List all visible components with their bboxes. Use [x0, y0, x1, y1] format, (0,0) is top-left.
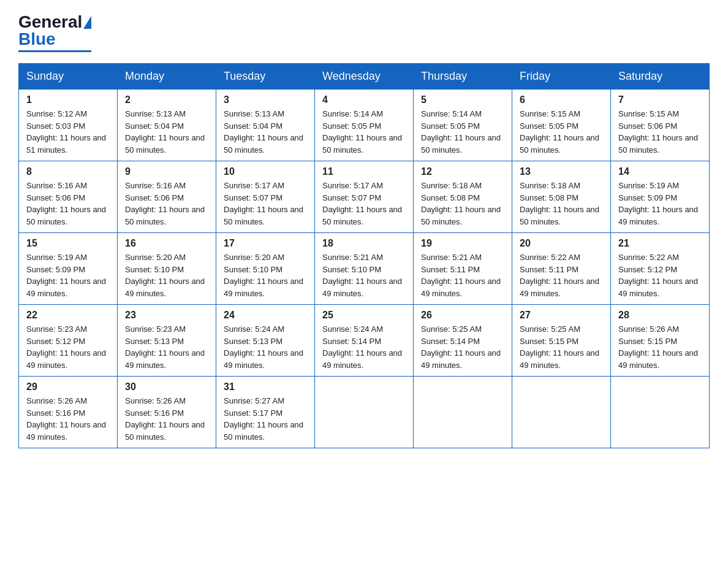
calendar-cell: 10 Sunrise: 5:17 AMSunset: 5:07 PMDaylig…	[216, 161, 315, 233]
calendar-cell: 1 Sunrise: 5:12 AMSunset: 5:03 PMDayligh…	[19, 90, 118, 161]
day-number: 22	[26, 310, 110, 321]
day-info: Sunrise: 5:22 AMSunset: 5:12 PMDaylight:…	[618, 253, 698, 298]
week-row-3: 15 Sunrise: 5:19 AMSunset: 5:09 PMDaylig…	[19, 233, 710, 305]
day-info: Sunrise: 5:19 AMSunset: 5:09 PMDaylight:…	[26, 253, 106, 298]
calendar-cell: 30 Sunrise: 5:26 AMSunset: 5:16 PMDaylig…	[118, 377, 216, 448]
day-number: 14	[618, 166, 702, 177]
calendar-cell: 11 Sunrise: 5:17 AMSunset: 5:07 PMDaylig…	[315, 161, 414, 233]
header-saturday: Saturday	[611, 64, 710, 90]
day-number: 18	[322, 238, 406, 249]
day-number: 25	[322, 310, 406, 321]
day-number: 1	[26, 94, 110, 105]
calendar-cell: 4 Sunrise: 5:14 AMSunset: 5:05 PMDayligh…	[315, 90, 414, 161]
week-row-4: 22 Sunrise: 5:23 AMSunset: 5:12 PMDaylig…	[19, 305, 710, 377]
day-info: Sunrise: 5:26 AMSunset: 5:16 PMDaylight:…	[125, 396, 205, 442]
day-info: Sunrise: 5:16 AMSunset: 5:06 PMDaylight:…	[125, 181, 205, 226]
day-info: Sunrise: 5:12 AMSunset: 5:03 PMDaylight:…	[26, 109, 106, 155]
calendar-cell: 18 Sunrise: 5:21 AMSunset: 5:10 PMDaylig…	[315, 233, 414, 305]
day-info: Sunrise: 5:26 AMSunset: 5:16 PMDaylight:…	[26, 396, 106, 442]
weekday-header-row: SundayMondayTuesdayWednesdayThursdayFrid…	[19, 64, 710, 90]
day-info: Sunrise: 5:21 AMSunset: 5:11 PMDaylight:…	[421, 253, 501, 298]
calendar-cell: 24 Sunrise: 5:24 AMSunset: 5:13 PMDaylig…	[216, 305, 315, 377]
header-wednesday: Wednesday	[315, 64, 414, 90]
header-thursday: Thursday	[414, 64, 512, 90]
calendar-table: SundayMondayTuesdayWednesdayThursdayFrid…	[18, 63, 710, 448]
header-friday: Friday	[512, 64, 611, 90]
calendar-cell: 2 Sunrise: 5:13 AMSunset: 5:04 PMDayligh…	[118, 90, 216, 161]
day-info: Sunrise: 5:23 AMSunset: 5:12 PMDaylight:…	[26, 324, 106, 370]
calendar-cell: 13 Sunrise: 5:18 AMSunset: 5:08 PMDaylig…	[512, 161, 611, 233]
day-number: 11	[322, 166, 406, 177]
calendar-cell: 9 Sunrise: 5:16 AMSunset: 5:06 PMDayligh…	[118, 161, 216, 233]
calendar-cell: 29 Sunrise: 5:26 AMSunset: 5:16 PMDaylig…	[19, 377, 118, 448]
day-number: 3	[224, 94, 307, 105]
day-info: Sunrise: 5:18 AMSunset: 5:08 PMDaylight:…	[520, 181, 599, 226]
logo: General Blue	[18, 12, 91, 52]
day-number: 6	[520, 94, 603, 105]
calendar-cell: 5 Sunrise: 5:14 AMSunset: 5:05 PMDayligh…	[414, 90, 512, 161]
logo-triangle-icon	[83, 16, 91, 29]
day-number: 21	[618, 238, 702, 249]
calendar-cell: 19 Sunrise: 5:21 AMSunset: 5:11 PMDaylig…	[414, 233, 512, 305]
logo-blue-part: Blue	[18, 29, 56, 49]
day-number: 26	[421, 310, 504, 321]
day-number: 2	[125, 94, 208, 105]
day-info: Sunrise: 5:25 AMSunset: 5:14 PMDaylight:…	[421, 324, 501, 370]
week-row-2: 8 Sunrise: 5:16 AMSunset: 5:06 PMDayligh…	[19, 161, 710, 233]
day-number: 13	[520, 166, 603, 177]
day-number: 29	[26, 381, 110, 393]
day-number: 16	[125, 238, 208, 249]
calendar-cell	[512, 377, 611, 448]
calendar-cell: 31 Sunrise: 5:27 AMSunset: 5:17 PMDaylig…	[216, 377, 315, 448]
calendar-cell: 3 Sunrise: 5:13 AMSunset: 5:04 PMDayligh…	[216, 90, 315, 161]
day-number: 19	[421, 238, 504, 249]
day-info: Sunrise: 5:20 AMSunset: 5:10 PMDaylight:…	[224, 253, 303, 298]
day-number: 17	[224, 238, 307, 249]
calendar-cell: 28 Sunrise: 5:26 AMSunset: 5:15 PMDaylig…	[611, 305, 710, 377]
day-info: Sunrise: 5:17 AMSunset: 5:07 PMDaylight:…	[322, 181, 402, 226]
day-number: 30	[125, 381, 208, 393]
calendar-cell: 17 Sunrise: 5:20 AMSunset: 5:10 PMDaylig…	[216, 233, 315, 305]
calendar-cell: 16 Sunrise: 5:20 AMSunset: 5:10 PMDaylig…	[118, 233, 216, 305]
day-number: 23	[125, 310, 208, 321]
day-number: 24	[224, 310, 307, 321]
day-info: Sunrise: 5:27 AMSunset: 5:17 PMDaylight:…	[224, 396, 303, 442]
day-number: 28	[618, 310, 702, 321]
calendar-cell: 20 Sunrise: 5:22 AMSunset: 5:11 PMDaylig…	[512, 233, 611, 305]
calendar-cell	[611, 377, 710, 448]
calendar-cell: 14 Sunrise: 5:19 AMSunset: 5:09 PMDaylig…	[611, 161, 710, 233]
day-info: Sunrise: 5:21 AMSunset: 5:10 PMDaylight:…	[322, 253, 402, 298]
day-info: Sunrise: 5:23 AMSunset: 5:13 PMDaylight:…	[125, 324, 205, 370]
header-monday: Monday	[118, 64, 216, 90]
day-info: Sunrise: 5:15 AMSunset: 5:06 PMDaylight:…	[618, 109, 698, 155]
day-info: Sunrise: 5:24 AMSunset: 5:14 PMDaylight:…	[322, 324, 402, 370]
day-info: Sunrise: 5:17 AMSunset: 5:07 PMDaylight:…	[224, 181, 303, 226]
day-number: 9	[125, 166, 208, 177]
day-number: 31	[224, 381, 307, 393]
calendar-cell: 21 Sunrise: 5:22 AMSunset: 5:12 PMDaylig…	[611, 233, 710, 305]
day-number: 7	[618, 94, 702, 105]
day-number: 4	[322, 94, 406, 105]
logo-row2: Blue	[18, 29, 56, 49]
day-number: 8	[26, 166, 110, 177]
calendar-cell	[414, 377, 512, 448]
day-info: Sunrise: 5:19 AMSunset: 5:09 PMDaylight:…	[618, 181, 698, 226]
header-sunday: Sunday	[19, 64, 118, 90]
day-info: Sunrise: 5:13 AMSunset: 5:04 PMDaylight:…	[224, 109, 303, 155]
calendar-cell: 15 Sunrise: 5:19 AMSunset: 5:09 PMDaylig…	[19, 233, 118, 305]
calendar-cell: 12 Sunrise: 5:18 AMSunset: 5:08 PMDaylig…	[414, 161, 512, 233]
day-info: Sunrise: 5:24 AMSunset: 5:13 PMDaylight:…	[224, 324, 303, 370]
logo-underline	[18, 50, 91, 52]
calendar-cell	[315, 377, 414, 448]
calendar-cell: 7 Sunrise: 5:15 AMSunset: 5:06 PMDayligh…	[611, 90, 710, 161]
day-info: Sunrise: 5:18 AMSunset: 5:08 PMDaylight:…	[421, 181, 501, 226]
day-number: 12	[421, 166, 504, 177]
day-info: Sunrise: 5:14 AMSunset: 5:05 PMDaylight:…	[322, 109, 402, 155]
calendar-cell: 27 Sunrise: 5:25 AMSunset: 5:15 PMDaylig…	[512, 305, 611, 377]
calendar-cell: 8 Sunrise: 5:16 AMSunset: 5:06 PMDayligh…	[19, 161, 118, 233]
day-info: Sunrise: 5:13 AMSunset: 5:04 PMDaylight:…	[125, 109, 205, 155]
day-number: 20	[520, 238, 603, 249]
week-row-1: 1 Sunrise: 5:12 AMSunset: 5:03 PMDayligh…	[19, 90, 710, 161]
day-info: Sunrise: 5:15 AMSunset: 5:05 PMDaylight:…	[520, 109, 599, 155]
day-info: Sunrise: 5:14 AMSunset: 5:05 PMDaylight:…	[421, 109, 501, 155]
